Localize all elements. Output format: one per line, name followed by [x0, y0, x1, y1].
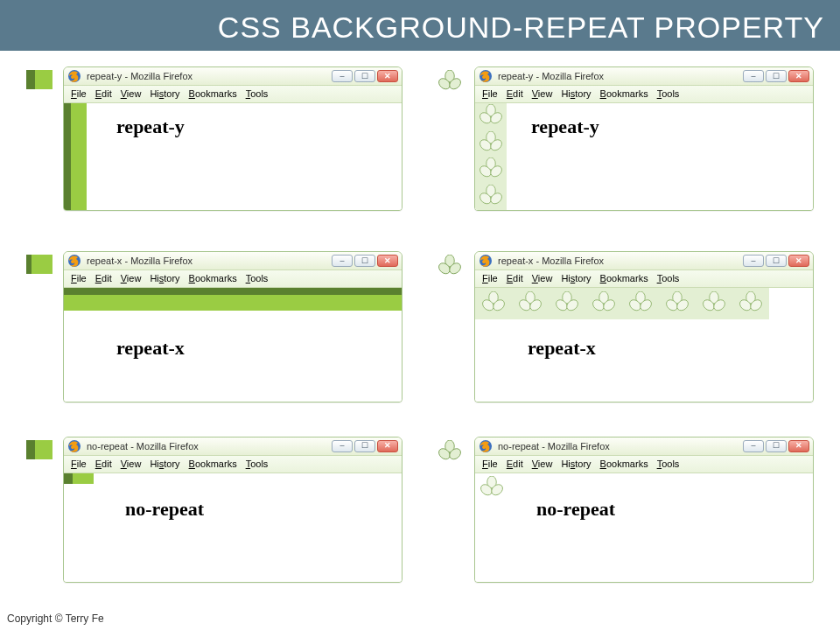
- example-repeat-y-leaf: repeat-y - Mozilla Firefox – ☐ ✕ File Ed…: [438, 66, 814, 232]
- menu-edit[interactable]: Edit: [95, 273, 112, 284]
- menu-file[interactable]: File: [482, 273, 498, 284]
- firefox-icon: [67, 254, 81, 268]
- maximize-button[interactable]: ☐: [766, 440, 787, 452]
- window-title: repeat-x - Mozilla Firefox: [85, 256, 328, 266]
- menu-history[interactable]: History: [561, 88, 591, 100]
- browser-window: repeat-y - Mozilla Firefox – ☐ ✕ File Ed…: [474, 66, 814, 211]
- example-label: repeat-x: [116, 337, 185, 360]
- maximize-button[interactable]: ☐: [766, 70, 787, 82]
- window-title: repeat-y - Mozilla Firefox: [496, 71, 739, 81]
- menu-bookmarks[interactable]: Bookmarks: [189, 458, 237, 470]
- swatch-green-icon: [26, 255, 52, 274]
- maximize-button[interactable]: ☐: [354, 70, 375, 82]
- menu-history[interactable]: History: [561, 273, 591, 284]
- menu-file[interactable]: File: [482, 458, 498, 470]
- example-repeat-y-green: repeat-y - Mozilla Firefox – ☐ ✕ File Ed…: [26, 66, 402, 232]
- maximize-button[interactable]: ☐: [354, 440, 375, 452]
- minimize-button[interactable]: –: [332, 70, 353, 82]
- menu-edit[interactable]: Edit: [507, 458, 523, 470]
- swatch-leaf-icon: [438, 255, 464, 281]
- minimize-button[interactable]: –: [743, 255, 764, 267]
- leaf-tile: [696, 288, 732, 319]
- browser-viewport: repeat-x: [64, 288, 402, 402]
- menu-history[interactable]: History: [150, 458, 179, 470]
- menu-view[interactable]: View: [532, 458, 553, 470]
- leaf-tile: [475, 130, 507, 158]
- menu-tools[interactable]: Tools: [246, 88, 269, 100]
- menu-tools[interactable]: Tools: [657, 88, 680, 100]
- menu-file[interactable]: File: [482, 88, 498, 100]
- close-button[interactable]: ✕: [788, 70, 809, 82]
- examples-grid: repeat-y - Mozilla Firefox – ☐ ✕ File Ed…: [26, 66, 814, 602]
- leaf-tile: [512, 288, 549, 319]
- browser-menubar: File Edit View History Bookmarks Tools: [475, 456, 813, 473]
- browser-viewport: repeat-y: [64, 103, 402, 210]
- window-title: no-repeat - Mozilla Firefox: [496, 441, 739, 452]
- menu-bookmarks[interactable]: Bookmarks: [600, 273, 648, 284]
- menu-tools[interactable]: Tools: [657, 458, 680, 470]
- swatch-leaf-icon: [438, 440, 464, 466]
- close-button[interactable]: ✕: [377, 440, 398, 452]
- browser-window: no-repeat - Mozilla Firefox – ☐ ✕ File E…: [63, 437, 402, 583]
- menu-file[interactable]: File: [71, 273, 87, 284]
- slide-title: CSS BACKGROUND-REPEAT PROPERTY: [218, 10, 824, 45]
- close-button[interactable]: ✕: [788, 255, 809, 267]
- window-title: repeat-y - Mozilla Firefox: [85, 71, 328, 81]
- firefox-icon: [479, 439, 493, 453]
- menu-history[interactable]: History: [150, 273, 179, 284]
- example-repeat-x-leaf: repeat-x - Mozilla Firefox – ☐ ✕ File Ed…: [438, 251, 814, 416]
- menu-bookmarks[interactable]: Bookmarks: [189, 273, 237, 284]
- browser-window: repeat-x - Mozilla Firefox – ☐ ✕ File Ed…: [63, 251, 402, 402]
- window-title: repeat-x - Mozilla Firefox: [496, 256, 739, 266]
- browser-menubar: File Edit View History Bookmarks Tools: [64, 270, 402, 288]
- window-controls: – ☐ ✕: [332, 70, 398, 82]
- example-label: repeat-y: [531, 116, 599, 138]
- close-button[interactable]: ✕: [788, 440, 809, 452]
- close-button[interactable]: ✕: [377, 255, 398, 267]
- browser-menubar: File Edit View History Bookmarks Tools: [64, 456, 402, 473]
- window-controls: – ☐ ✕: [332, 255, 398, 267]
- example-label: no-repeat: [125, 498, 204, 521]
- menu-view[interactable]: View: [121, 273, 142, 284]
- browser-viewport: repeat-y: [475, 103, 813, 210]
- firefox-icon: [67, 439, 81, 453]
- menu-history[interactable]: History: [150, 88, 179, 100]
- browser-titlebar: repeat-x - Mozilla Firefox – ☐ ✕: [64, 252, 402, 270]
- browser-titlebar: repeat-y - Mozilla Firefox – ☐ ✕: [475, 67, 813, 86]
- menu-view[interactable]: View: [532, 273, 553, 284]
- minimize-button[interactable]: –: [332, 440, 353, 452]
- minimize-button[interactable]: –: [332, 255, 353, 267]
- window-controls: – ☐ ✕: [332, 440, 398, 452]
- maximize-button[interactable]: ☐: [766, 255, 787, 267]
- menu-file[interactable]: File: [71, 458, 87, 470]
- menu-edit[interactable]: Edit: [95, 88, 112, 100]
- menu-view[interactable]: View: [121, 88, 142, 100]
- menu-bookmarks[interactable]: Bookmarks: [600, 88, 648, 100]
- leaf-tile: [732, 288, 769, 319]
- leaf-tile: [659, 288, 696, 319]
- minimize-button[interactable]: –: [743, 440, 764, 452]
- menu-view[interactable]: View: [532, 88, 553, 100]
- background-stripe-horizontal: [64, 288, 402, 311]
- minimize-button[interactable]: –: [743, 70, 764, 82]
- background-stripe-vertical: [64, 103, 87, 210]
- copyright-text: Copyright © Terry Fe: [7, 612, 104, 625]
- menu-edit[interactable]: Edit: [507, 273, 523, 284]
- menu-file[interactable]: File: [71, 88, 87, 100]
- maximize-button[interactable]: ☐: [354, 255, 375, 267]
- close-button[interactable]: ✕: [377, 70, 398, 82]
- menu-tools[interactable]: Tools: [246, 273, 269, 284]
- menu-edit[interactable]: Edit: [507, 88, 523, 100]
- leaf-tile: [549, 288, 585, 319]
- menu-edit[interactable]: Edit: [95, 458, 112, 470]
- menu-bookmarks[interactable]: Bookmarks: [600, 458, 648, 470]
- background-single: [64, 473, 94, 484]
- menu-history[interactable]: History: [561, 458, 591, 470]
- menu-view[interactable]: View: [121, 458, 142, 470]
- swatch-green-icon: [26, 70, 52, 89]
- browser-viewport: no-repeat: [64, 473, 402, 582]
- menu-tools[interactable]: Tools: [657, 273, 680, 284]
- menu-tools[interactable]: Tools: [246, 458, 269, 470]
- browser-titlebar: no-repeat - Mozilla Firefox – ☐ ✕: [64, 438, 402, 456]
- menu-bookmarks[interactable]: Bookmarks: [189, 88, 237, 100]
